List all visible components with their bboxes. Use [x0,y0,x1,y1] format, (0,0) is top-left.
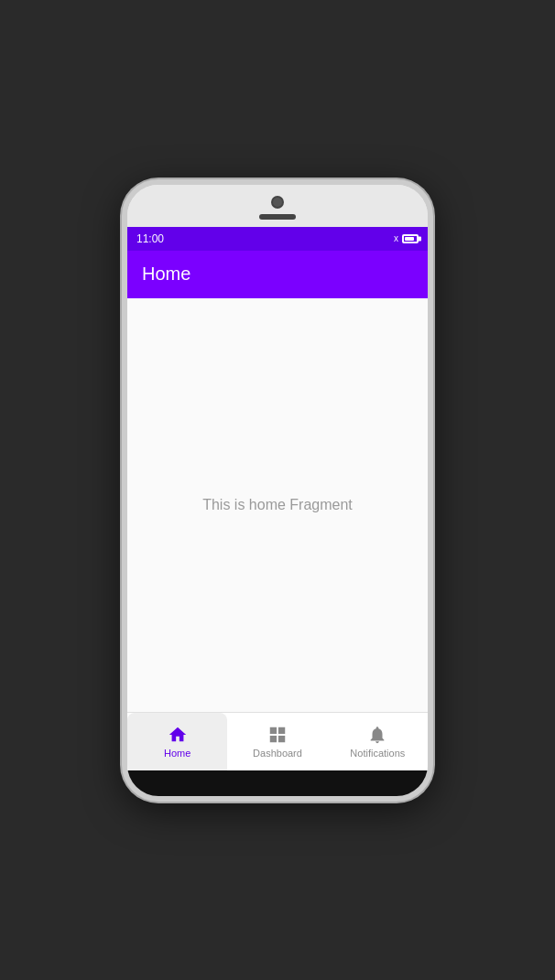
app-bar-title: Home [142,264,190,285]
status-time: 11:00 [136,232,164,245]
nav-tab-home[interactable]: Home [127,713,227,770]
phone-screen: 11:00 x Home This is home Fragment [127,227,428,770]
main-content: This is home Fragment [127,298,428,712]
status-x-icon: x [394,233,398,243]
app-bar: Home [127,251,428,298]
camera-lens [271,196,284,209]
phone-top-hardware [127,185,428,227]
nav-tab-home-label: Home [164,748,190,759]
home-fragment-text: This is home Fragment [202,497,353,513]
phone-frame: 11:00 x Home This is home Fragment [122,179,433,802]
status-bar: 11:00 x [127,227,428,251]
nav-tab-dashboard[interactable]: Dashboard [227,713,327,770]
nav-tab-dashboard-label: Dashboard [253,748,302,759]
battery-icon [402,234,419,243]
bottom-navigation: Home Dashboard Notifications [127,712,428,770]
battery-fill [405,237,414,241]
phone-bottom-bezel [127,770,428,796]
earpiece [259,214,296,220]
status-icons: x [394,233,419,243]
nav-tab-notifications-label: Notifications [350,748,405,759]
nav-tab-notifications[interactable]: Notifications [328,713,428,770]
home-icon [168,725,188,745]
bell-icon [367,725,387,745]
dashboard-icon [267,725,288,745]
